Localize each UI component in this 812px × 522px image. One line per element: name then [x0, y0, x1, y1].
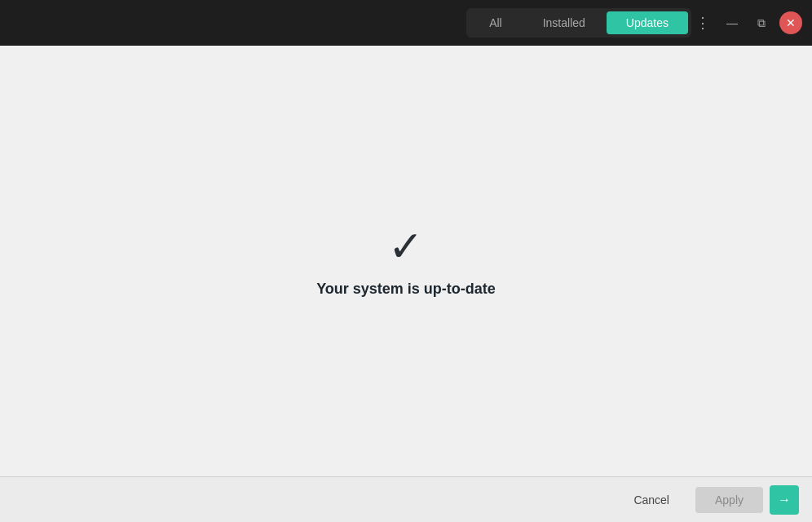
status-text: Your system is up-to-date: [316, 281, 496, 298]
footer: Cancel Apply →: [0, 476, 812, 522]
tab-installed[interactable]: Installed: [523, 11, 605, 34]
minimize-button[interactable]: —: [721, 11, 744, 34]
titlebar-right: ⋮ — ⧉ ✕: [691, 11, 802, 34]
titlebar: All Installed Updates ⋮ — ⧉ ✕: [0, 0, 812, 46]
next-button[interactable]: →: [770, 485, 799, 515]
checkmark-icon: ✓: [388, 225, 424, 268]
tab-updates[interactable]: Updates: [607, 11, 688, 34]
close-button[interactable]: ✕: [779, 11, 802, 34]
tab-group: All Installed Updates: [466, 8, 691, 38]
main-content: ✓ Your system is up-to-date: [0, 46, 812, 476]
restore-button[interactable]: ⧉: [750, 11, 773, 34]
tab-all[interactable]: All: [470, 11, 522, 34]
apply-button: Apply: [695, 487, 763, 513]
menu-button[interactable]: ⋮: [691, 11, 714, 34]
cancel-button[interactable]: Cancel: [614, 487, 689, 513]
